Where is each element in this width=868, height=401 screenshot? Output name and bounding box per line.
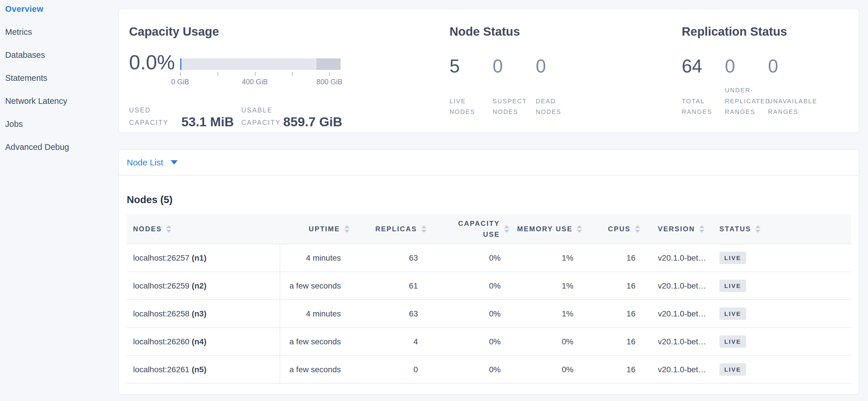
sidebar-item-jobs[interactable]: Jobs bbox=[5, 113, 118, 136]
column-header-label: UPTIME bbox=[309, 225, 340, 233]
node-address-cell[interactable]: localhost:26258 (n3) bbox=[127, 300, 280, 328]
stat-label: TOTAL RANGES bbox=[682, 96, 725, 118]
table-row[interactable]: localhost:26259 (n2)a few seconds610%1%1… bbox=[127, 272, 851, 300]
column-header-node[interactable]: NODES bbox=[127, 214, 280, 244]
memory-use-cell: 1% bbox=[512, 300, 584, 328]
node-address-cell[interactable]: localhost:26259 (n2) bbox=[127, 272, 280, 300]
replicas-cell: 63 bbox=[351, 244, 429, 272]
version-cell: v20.1.0-bet… bbox=[640, 244, 715, 272]
gauge-tick-label: 0 GiB bbox=[171, 78, 189, 86]
sort-icon bbox=[344, 225, 349, 233]
stat-label: USED CAPACITY bbox=[129, 104, 177, 128]
node-status-title: Node Status bbox=[450, 25, 682, 38]
gauge-tick-label: 800 GiB bbox=[316, 78, 342, 86]
status-cell: LIVE bbox=[715, 244, 851, 272]
capacity-stat-used-capacity: USED CAPACITY53.1 MiB bbox=[129, 104, 242, 128]
column-header-replicas[interactable]: REPLICAS bbox=[351, 214, 429, 244]
cpus-cell: 16 bbox=[584, 328, 640, 355]
capacity-usage-section: Capacity Usage 0.0% 0 GiB400 GiB800 GiB … bbox=[119, 9, 448, 132]
cpus-cell: 16 bbox=[584, 244, 640, 272]
stat-suspect-nodes: 0SUSPECT NODES bbox=[493, 57, 536, 118]
node-address-cell[interactable]: localhost:26260 (n4) bbox=[127, 328, 280, 355]
table-row[interactable]: localhost:26261 (n5)a few seconds00%0%16… bbox=[127, 355, 851, 383]
node-id: (n1) bbox=[192, 253, 206, 262]
sidebar-item-metrics[interactable]: Metrics bbox=[5, 21, 118, 44]
stat-under-replicated-ranges: 0UNDER-REPLICATED RANGES bbox=[725, 57, 768, 118]
sidebar-item-network-latency[interactable]: Network Latency bbox=[5, 89, 118, 113]
capacity-stats: USED CAPACITY53.1 MiBUSABLE CAPACITY859.… bbox=[129, 104, 448, 128]
cpus-cell: 16 bbox=[584, 272, 640, 300]
uptime-cell: 4 minutes bbox=[280, 244, 351, 272]
node-status-stats: 5LIVE NODES0SUSPECT NODES0DEAD NODES bbox=[450, 57, 682, 118]
stat-value: 5 bbox=[450, 57, 493, 75]
sidebar-nav: OverviewMetricsDatabasesStatementsNetwor… bbox=[0, 0, 118, 159]
stat-label: USABLE CAPACITY bbox=[242, 104, 279, 128]
column-header-status[interactable]: STATUS bbox=[715, 214, 851, 244]
status-cell: LIVE bbox=[715, 328, 851, 355]
column-header-cpus[interactable]: CPUS bbox=[584, 214, 640, 244]
sort-icon bbox=[166, 225, 171, 233]
stat-unavailable-ranges: 0UNAVAILABLE RANGES bbox=[768, 57, 811, 118]
cpus-cell: 16 bbox=[584, 300, 640, 328]
table-row[interactable]: localhost:26258 (n3)4 minutes630%1%16v20… bbox=[127, 300, 851, 328]
column-header-capacity_use[interactable]: CAPACITY USE bbox=[429, 214, 512, 244]
node-id: (n4) bbox=[192, 337, 206, 346]
node-list-card: Node List Nodes (5) NODESUPTIMEREPLICASC… bbox=[118, 149, 859, 395]
column-header-version[interactable]: VERSION bbox=[640, 214, 715, 244]
sidebar-item-databases[interactable]: Databases bbox=[5, 44, 118, 66]
uptime-cell: a few seconds bbox=[280, 272, 351, 300]
node-list-dropdown[interactable]: Node List bbox=[127, 157, 178, 167]
version-cell: v20.1.0-bet… bbox=[640, 328, 715, 355]
replication-status-title: Replication Status bbox=[682, 25, 859, 38]
capacity-gauge: 0 GiB400 GiB800 GiB bbox=[180, 58, 341, 73]
gauge-tick bbox=[292, 72, 292, 76]
column-header-uptime[interactable]: UPTIME bbox=[280, 214, 351, 244]
stat-label: LIVE NODES bbox=[450, 96, 493, 118]
nodes-heading: Nodes (5) bbox=[127, 194, 851, 206]
status-cell: LIVE bbox=[715, 272, 851, 300]
stat-label: DEAD NODES bbox=[536, 96, 579, 118]
sort-icon bbox=[755, 225, 761, 233]
table-row[interactable]: localhost:26260 (n4)a few seconds40%0%16… bbox=[127, 328, 851, 355]
sidebar-item-overview[interactable]: Overview bbox=[5, 0, 118, 21]
sort-icon bbox=[421, 225, 427, 233]
status-badge: LIVE bbox=[719, 363, 746, 376]
gauge-used-marker bbox=[180, 58, 181, 70]
stat-label: SUSPECT NODES bbox=[493, 96, 536, 118]
stat-value: 0 bbox=[493, 57, 536, 75]
table-row[interactable]: localhost:26257 (n1)4 minutes630%1%16v20… bbox=[127, 244, 851, 272]
memory-use-cell: 0% bbox=[512, 328, 584, 355]
memory-use-cell: 1% bbox=[512, 272, 584, 300]
stat-label: UNAVAILABLE RANGES bbox=[768, 96, 811, 118]
replicas-cell: 61 bbox=[351, 272, 429, 300]
sidebar-item-advanced-debug[interactable]: Advanced Debug bbox=[5, 136, 118, 159]
capacity-use-cell: 0% bbox=[429, 244, 512, 272]
capacity-stat-usable-capacity: USABLE CAPACITY859.7 GiB bbox=[242, 104, 350, 128]
replicas-cell: 63 bbox=[351, 300, 429, 328]
column-header-memory_use[interactable]: MEMORY USE bbox=[512, 214, 584, 244]
memory-use-cell: 1% bbox=[512, 244, 584, 272]
stat-value: 64 bbox=[682, 57, 725, 75]
version-cell: v20.1.0-bet… bbox=[640, 272, 715, 300]
nodes-table-container: Nodes (5) NODESUPTIMEREPLICASCAPACITY US… bbox=[119, 194, 859, 384]
node-list-dropdown-label: Node List bbox=[127, 157, 163, 167]
node-address-cell[interactable]: localhost:26257 (n1) bbox=[127, 244, 280, 272]
column-header-label: REPLICAS bbox=[375, 225, 417, 233]
capacity-use-cell: 0% bbox=[429, 300, 512, 328]
stat-value: 859.7 GiB bbox=[283, 115, 342, 128]
column-header-label: STATUS bbox=[719, 225, 751, 233]
column-header-label: CPUS bbox=[608, 225, 630, 233]
chevron-down-icon bbox=[171, 160, 178, 165]
node-id: (n3) bbox=[192, 309, 206, 318]
cpus-cell: 16 bbox=[584, 355, 640, 383]
node-id: (n5) bbox=[192, 365, 206, 374]
sort-icon bbox=[504, 225, 509, 233]
sidebar-item-statements[interactable]: Statements bbox=[5, 66, 118, 89]
gauge-secondary-segment bbox=[316, 58, 341, 70]
gauge-axis-ticks bbox=[180, 72, 341, 76]
column-header-label: VERSION bbox=[658, 225, 695, 233]
sidebar: OverviewMetricsDatabasesStatementsNetwor… bbox=[0, 0, 118, 401]
node-address-cell[interactable]: localhost:26261 (n5) bbox=[127, 355, 280, 383]
column-header-label: MEMORY USE bbox=[517, 225, 572, 233]
table-header-row: NODESUPTIMEREPLICASCAPACITY USEMEMORY US… bbox=[127, 214, 851, 244]
